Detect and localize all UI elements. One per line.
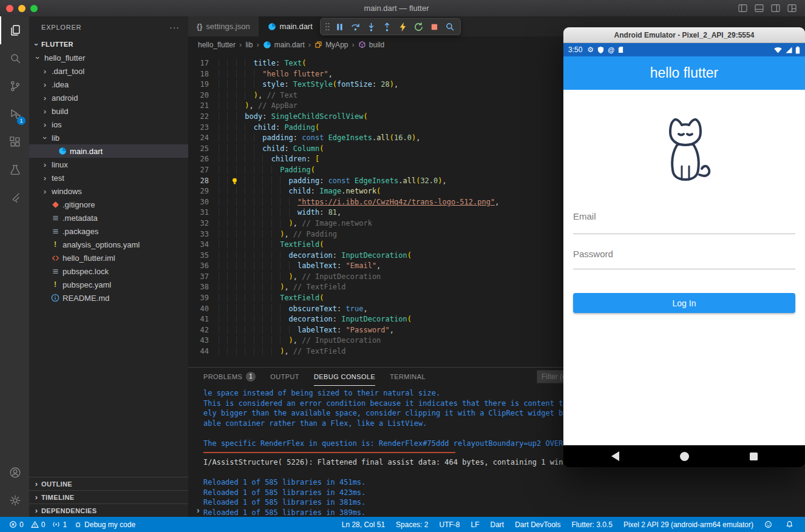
tree-item-hello-flutter[interactable]: ›hello_flutter	[29, 51, 188, 64]
panel-tab-problems[interactable]: PROBLEMS1	[203, 368, 256, 386]
tree-item-main-dart[interactable]: ›main.dart	[29, 144, 188, 158]
android-home-button[interactable]	[680, 452, 689, 461]
at-icon: @	[608, 47, 614, 53]
breadcrumb-item-main-dart[interactable]: main.dart	[263, 41, 305, 49]
tree-item-lib[interactable]: ›lib	[29, 131, 188, 144]
activity-testing[interactable]	[0, 156, 29, 184]
tree-item-android[interactable]: ›android	[29, 91, 188, 104]
line-number: 40	[188, 304, 219, 315]
status-ports[interactable]: 1	[49, 520, 70, 529]
activity-search[interactable]	[0, 44, 29, 72]
zoom-window-button[interactable]	[30, 5, 38, 12]
restart-icon	[413, 22, 424, 32]
android-back-button[interactable]	[611, 451, 619, 461]
sidebar-section-outline[interactable]: ›OUTLINE	[29, 477, 188, 490]
status-cursor-position[interactable]: Ln 28, Col 51	[339, 520, 388, 529]
password-field[interactable]: Password	[573, 249, 795, 269]
tree-item-ios[interactable]: ›ios	[29, 118, 188, 131]
activity-flutter[interactable]	[0, 184, 29, 212]
status-errors[interactable]: 0	[6, 520, 27, 529]
tree-item-pubspec-lock[interactable]: ›pubspec.lock	[29, 264, 188, 278]
tree-item-readme-md[interactable]: ›README.md	[29, 291, 188, 305]
debug-pause-button[interactable]	[332, 19, 347, 34]
console-input-prompt[interactable]: ›	[197, 505, 200, 515]
tree-item-gitignore[interactable]: ›.gitignore	[29, 198, 188, 211]
login-button[interactable]: Log In	[573, 293, 795, 313]
line-number: 20	[188, 90, 219, 101]
tree-item-build[interactable]: ›build	[29, 104, 188, 118]
status-notifications[interactable]	[783, 520, 799, 528]
chevron-right-icon: ›	[32, 480, 41, 488]
status-device[interactable]: Pixel 2 API 29 (android-arm64 emulator)	[620, 520, 756, 529]
debug-step-over-button[interactable]	[348, 19, 362, 34]
debug-open-devtools-button[interactable]	[443, 19, 457, 34]
customize-layout-icon[interactable]	[787, 4, 797, 12]
emulator-titlebar[interactable]: Android Emulator - Pixel_2_API_29:5554	[563, 27, 805, 43]
debug-step-into-button[interactable]	[364, 19, 378, 34]
activity-explorer[interactable]	[0, 16, 29, 44]
debug-hot-reload-button[interactable]	[395, 19, 410, 34]
status-debug-config[interactable]: Debug my code	[71, 520, 138, 529]
breadcrumb-item-build[interactable]: build	[358, 41, 384, 49]
status-dart-devtools[interactable]: Dart DevTools	[512, 520, 563, 529]
tree-item-dart-tool[interactable]: ›.dart_tool	[29, 64, 188, 78]
app-bar: hello flutter	[563, 56, 805, 90]
more-actions-icon[interactable]: ···	[169, 22, 180, 32]
activity-source-control[interactable]	[0, 72, 29, 100]
activity-extensions[interactable]	[0, 128, 29, 156]
console-line: Reloaded 1 of 585 libraries in 389ms.	[203, 508, 805, 517]
status-feedback[interactable]	[761, 520, 778, 528]
tree-item-packages[interactable]: ›.packages	[29, 224, 188, 238]
panel-tab-debug-console[interactable]: DEBUG CONSOLE	[314, 368, 375, 386]
editor-tab-settings-json[interactable]: {}settings.json	[188, 16, 259, 36]
status-flutter-version[interactable]: Flutter: 3.0.5	[569, 520, 616, 529]
status-language-mode[interactable]: Dart	[487, 520, 507, 529]
tree-item-pubspec-yaml[interactable]: ›!pubspec.yaml	[29, 278, 188, 291]
tree-item-test[interactable]: ›test	[29, 171, 188, 184]
status-warnings[interactable]: 0	[28, 520, 49, 529]
line-number: 44	[188, 346, 219, 357]
android-status-bar: 3:50 ⚙ @	[563, 43, 805, 56]
line-number: 22	[188, 112, 219, 123]
debug-stop-button[interactable]	[427, 19, 441, 34]
toggle-secondary-sidebar-icon[interactable]	[771, 4, 780, 12]
status-eol[interactable]: LF	[467, 520, 482, 529]
debug-restart-button[interactable]	[411, 19, 426, 34]
close-window-button[interactable]	[6, 5, 13, 12]
android-recents-button[interactable]	[750, 453, 758, 460]
breadcrumb-item-myapp[interactable]: MyApp	[314, 41, 348, 49]
tree-item-analysis-options-yaml[interactable]: ›!analysis_options.yaml	[29, 238, 188, 251]
line-number: 27	[188, 165, 219, 176]
activity-settings[interactable]	[0, 487, 29, 514]
chevron-right-icon: ›	[40, 161, 50, 169]
toggle-panel-icon[interactable]	[755, 4, 764, 12]
status-encoding[interactable]: UTF-8	[436, 520, 463, 529]
panel-tab-terminal[interactable]: TERMINAL	[390, 368, 426, 386]
iml-icon	[50, 254, 61, 262]
activity-accounts[interactable]	[0, 459, 29, 487]
panel-tab-output[interactable]: OUTPUT	[270, 368, 299, 386]
activity-run-and-debug[interactable]: 1	[0, 100, 29, 128]
breadcrumb-item-hello-flutter[interactable]: hello_flutter	[198, 41, 236, 49]
explorer-section-flutter[interactable]: › FLUTTER	[29, 38, 188, 51]
email-field[interactable]: Email	[573, 211, 795, 234]
line-number: 19	[188, 79, 219, 90]
sidebar-section-timeline[interactable]: ›TIMELINE	[29, 490, 188, 503]
tree-item-windows[interactable]: ›windows	[29, 184, 188, 198]
status-indentation[interactable]: Spaces: 2	[393, 520, 431, 529]
tree-item-linux[interactable]: ›linux	[29, 158, 188, 171]
tree-item-hello-flutter-iml[interactable]: ›hello_flutter.iml	[29, 251, 188, 264]
dart-icon	[268, 22, 276, 31]
yaml-icon: !	[50, 281, 61, 288]
tree-item-metadata[interactable]: ›.metadata	[29, 211, 188, 224]
debug-drag-handle-button[interactable]	[324, 19, 331, 34]
symclass-icon	[314, 41, 322, 49]
debug-step-out-button[interactable]	[379, 19, 394, 34]
toggle-primary-sidebar-icon[interactable]	[738, 4, 747, 12]
editor-tab-main-dart[interactable]: main.dart	[259, 16, 322, 36]
breadcrumb-item-lib[interactable]: lib	[245, 41, 253, 49]
sidebar-section-dependencies[interactable]: ›DEPENDENCIES	[29, 503, 188, 517]
tree-item-idea[interactable]: ›.idea	[29, 78, 188, 91]
minimize-window-button[interactable]	[18, 5, 25, 12]
chevron-right-icon: ›	[236, 40, 245, 49]
